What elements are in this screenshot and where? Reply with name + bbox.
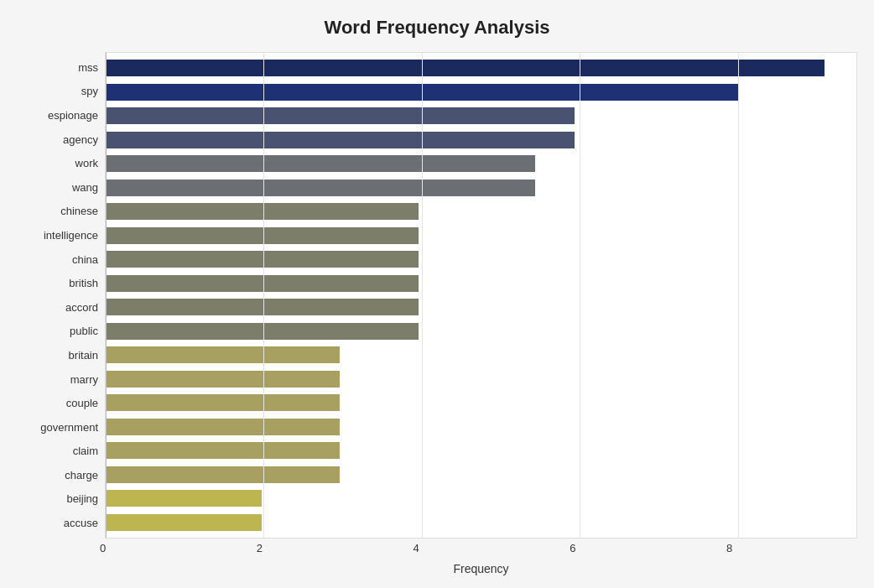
bar-row-public	[106, 320, 848, 342]
bar-row-agency	[106, 129, 848, 151]
bar-row-government	[106, 416, 848, 438]
y-label-britain: britain	[69, 344, 98, 366]
bar-row-marry	[106, 368, 848, 390]
bar-accuse	[106, 514, 262, 531]
bar-claim	[106, 442, 340, 459]
y-label-spy: spy	[81, 81, 98, 102]
y-label-accuse: accuse	[64, 513, 98, 534]
bar-row-espionage	[106, 105, 848, 127]
bar-row-couple	[106, 392, 848, 414]
y-label-wang: wang	[72, 176, 98, 198]
chart-container: Word Frequency Analysis mssspyespionagea…	[0, 0, 874, 588]
chart-title: Word Frequency Analysis	[17, 17, 857, 39]
bar-china	[106, 251, 419, 268]
y-label-accord: accord	[65, 296, 98, 318]
y-label-espionage: espionage	[48, 104, 98, 126]
bar-wang	[106, 180, 535, 196]
bar-row-accuse	[106, 512, 848, 533]
bar-british	[106, 275, 419, 292]
y-label-charge: charge	[65, 464, 98, 486]
y-label-government: government	[40, 416, 98, 438]
x-tick-6: 6	[570, 542, 575, 554]
y-label-work: work	[75, 153, 98, 174]
x-ticks-container: 02468	[105, 542, 849, 559]
bar-couple	[106, 394, 340, 411]
bar-row-chinese	[106, 200, 848, 222]
bar-intelligence	[106, 227, 419, 244]
y-label-intelligence: intelligence	[44, 224, 98, 246]
bar-row-claim	[106, 440, 848, 461]
y-label-china: china	[72, 248, 98, 270]
bar-work	[106, 155, 535, 172]
y-label-beijing: beijing	[66, 488, 98, 510]
x-tick-2: 2	[257, 542, 263, 554]
bar-row-charge	[106, 464, 848, 486]
bar-charge	[106, 466, 340, 483]
y-label-claim: claim	[73, 440, 98, 462]
bar-chinese	[106, 203, 419, 220]
x-axis-ticks: 02468	[105, 542, 857, 559]
y-label-mss: mss	[78, 56, 98, 78]
bar-row-accord	[106, 296, 848, 318]
x-tick-0: 0	[100, 542, 106, 554]
bar-agency	[106, 132, 575, 148]
y-label-couple: couple	[66, 393, 98, 414]
bar-government	[106, 419, 340, 435]
bar-row-work	[106, 153, 848, 174]
y-label-public: public	[70, 320, 98, 342]
bar-row-wang	[106, 177, 848, 199]
x-tick-8: 8	[726, 542, 732, 554]
y-axis-labels: mssspyespionageagencyworkwangchineseinte…	[17, 52, 105, 539]
bar-britain	[106, 346, 340, 363]
bar-row-britain	[106, 344, 848, 366]
bar-mss	[106, 60, 825, 76]
x-tick-4: 4	[413, 542, 419, 554]
y-label-chinese: chinese	[60, 200, 98, 222]
y-label-agency: agency	[63, 128, 98, 150]
bar-row-mss	[106, 57, 848, 79]
y-label-marry: marry	[70, 368, 98, 390]
bar-marry	[106, 371, 340, 388]
plot-area	[105, 52, 857, 539]
bar-espionage	[106, 107, 575, 124]
bar-row-british	[106, 273, 848, 294]
bar-spy	[106, 84, 739, 101]
bar-row-china	[106, 248, 848, 270]
bar-row-spy	[106, 81, 848, 103]
bar-row-beijing	[106, 487, 848, 509]
x-axis-label: Frequency	[105, 562, 857, 575]
bar-beijing	[106, 490, 262, 507]
bar-row-intelligence	[106, 225, 848, 247]
y-label-british: british	[69, 273, 98, 294]
bar-accord	[106, 299, 419, 315]
bar-public	[106, 323, 419, 340]
